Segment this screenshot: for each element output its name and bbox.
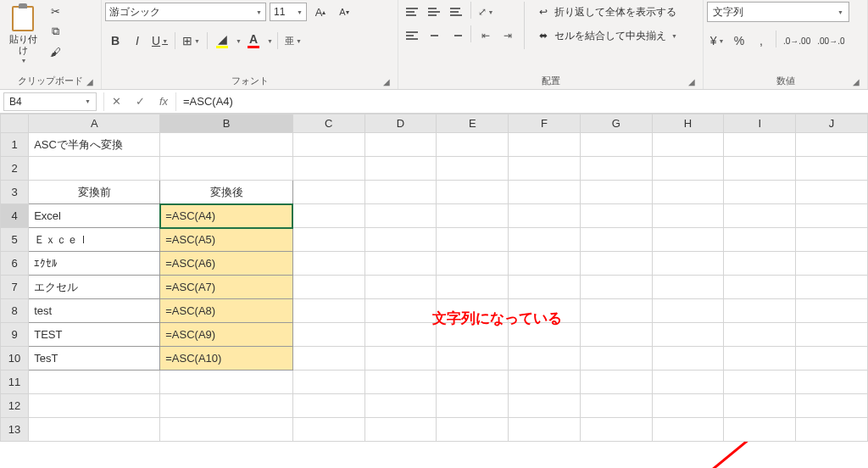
cell-A11[interactable]	[29, 370, 160, 394]
cell-G3[interactable]	[580, 181, 652, 204]
number-format-select[interactable]: 文字列 ▼	[707, 2, 849, 22]
cell-J5[interactable]	[796, 228, 868, 252]
border-button[interactable]: ⊞▼	[180, 31, 203, 51]
cell-J3[interactable]	[796, 181, 868, 204]
cell-I8[interactable]	[724, 299, 796, 323]
decrease-font-button[interactable]: A▾	[334, 2, 354, 22]
cell-I6[interactable]	[724, 252, 796, 276]
cell-C12[interactable]	[292, 394, 364, 418]
formula-input[interactable]: =ASC(A4)	[176, 92, 868, 111]
dialog-launcher-icon[interactable]: ◢	[850, 75, 862, 87]
chevron-down-icon[interactable]: ▼	[267, 38, 273, 44]
cell-B7[interactable]: =ASC(A7)	[160, 276, 293, 299]
cell-G2[interactable]	[580, 157, 652, 181]
cell-E6[interactable]	[437, 252, 509, 276]
cell-F10[interactable]	[509, 347, 581, 370]
cell-B5[interactable]: =ASC(A5)	[160, 228, 293, 252]
cell-J10[interactable]	[796, 347, 868, 370]
cell-A3[interactable]: 変換前	[29, 181, 160, 204]
phonetic-button[interactable]: 亜▼	[282, 31, 304, 51]
cell-A9[interactable]: TEST	[29, 323, 160, 347]
cell-C1[interactable]	[292, 133, 364, 157]
dialog-launcher-icon[interactable]: ◢	[84, 75, 96, 87]
cell-B2[interactable]	[160, 157, 293, 181]
row-header-7[interactable]: 7	[1, 276, 29, 299]
cell-H5[interactable]	[652, 228, 724, 252]
cell-B13[interactable]	[160, 418, 293, 442]
cell-A5[interactable]: Ｅｘｃｅｌ	[29, 228, 160, 252]
col-header-G[interactable]: G	[580, 114, 652, 133]
cell-H9[interactable]	[652, 323, 724, 347]
cell-B6[interactable]: =ASC(A6)	[160, 252, 293, 276]
cell-B3[interactable]: 変換後	[160, 181, 293, 204]
cell-I9[interactable]	[724, 323, 796, 347]
cell-E1[interactable]	[437, 133, 509, 157]
cell-F13[interactable]	[509, 418, 581, 442]
cell-H6[interactable]	[652, 252, 724, 276]
decrease-decimal-button[interactable]: .00→.0	[815, 31, 847, 51]
cell-G5[interactable]	[580, 228, 652, 252]
cell-C13[interactable]	[292, 418, 364, 442]
cell-D11[interactable]	[364, 370, 437, 394]
cell-F11[interactable]	[509, 370, 581, 394]
cell-C11[interactable]	[292, 370, 364, 394]
cell-G6[interactable]	[580, 252, 652, 276]
accept-formula-button[interactable]: ✓	[128, 92, 152, 111]
cell-D12[interactable]	[364, 394, 437, 418]
paste-button[interactable]: 貼り付け ▼	[3, 2, 42, 67]
cell-H2[interactable]	[652, 157, 724, 181]
increase-decimal-button[interactable]: .0→.00	[781, 31, 813, 51]
cell-E13[interactable]	[437, 418, 509, 442]
cell-H13[interactable]	[652, 418, 724, 442]
cell-G9[interactable]	[580, 323, 652, 347]
cell-C5[interactable]	[292, 228, 364, 252]
increase-font-button[interactable]: A▴	[310, 2, 331, 22]
comma-format-button[interactable]: ,	[751, 31, 771, 51]
cell-F4[interactable]	[509, 204, 581, 228]
cell-B4[interactable]: =ASC(A4)	[160, 204, 293, 228]
font-color-button[interactable]: A	[243, 31, 264, 51]
cell-F3[interactable]	[509, 181, 581, 204]
font-family-select[interactable]: 游ゴシック▼	[105, 3, 266, 21]
cell-J2[interactable]	[796, 157, 868, 181]
cell-E11[interactable]	[437, 370, 509, 394]
cell-G8[interactable]	[580, 299, 652, 323]
cell-C10[interactable]	[292, 347, 364, 370]
cell-I7[interactable]	[724, 276, 796, 299]
cell-D6[interactable]	[364, 252, 437, 276]
dialog-launcher-icon[interactable]: ◢	[381, 75, 392, 87]
cell-A12[interactable]	[29, 394, 160, 418]
decrease-indent-button[interactable]: ⇤	[476, 25, 496, 46]
col-header-C[interactable]: C	[292, 114, 364, 133]
cell-E3[interactable]	[437, 181, 509, 204]
cell-J12[interactable]	[796, 394, 868, 418]
cell-D7[interactable]	[364, 276, 437, 299]
cell-F5[interactable]	[509, 228, 581, 252]
row-header-11[interactable]: 11	[1, 370, 29, 394]
cell-D8[interactable]	[364, 299, 437, 323]
insert-function-button[interactable]: fx	[152, 92, 175, 111]
cell-I13[interactable]	[724, 418, 796, 442]
cell-E10[interactable]	[437, 347, 509, 370]
cell-F1[interactable]	[509, 133, 581, 157]
accounting-format-button[interactable]: ¥▼	[707, 31, 727, 51]
cell-F7[interactable]	[509, 276, 581, 299]
dialog-launcher-icon[interactable]: ◢	[686, 75, 698, 87]
cell-D3[interactable]	[364, 181, 437, 204]
align-bottom-button[interactable]	[446, 2, 466, 22]
row-header-8[interactable]: 8	[1, 299, 29, 323]
cell-D4[interactable]	[364, 204, 437, 228]
row-header-13[interactable]: 13	[1, 418, 29, 442]
chevron-down-icon[interactable]: ▼	[236, 38, 242, 44]
row-header-2[interactable]: 2	[1, 157, 29, 181]
cell-E12[interactable]	[437, 394, 509, 418]
cell-A2[interactable]	[29, 157, 160, 181]
align-center-button[interactable]	[424, 25, 444, 46]
cell-B1[interactable]	[160, 133, 293, 157]
underline-button[interactable]: U▼	[149, 31, 170, 51]
cell-I4[interactable]	[724, 204, 796, 228]
cell-E2[interactable]	[437, 157, 509, 181]
cell-B11[interactable]	[160, 370, 293, 394]
cell-C2[interactable]	[292, 157, 364, 181]
cell-G10[interactable]	[580, 347, 652, 370]
